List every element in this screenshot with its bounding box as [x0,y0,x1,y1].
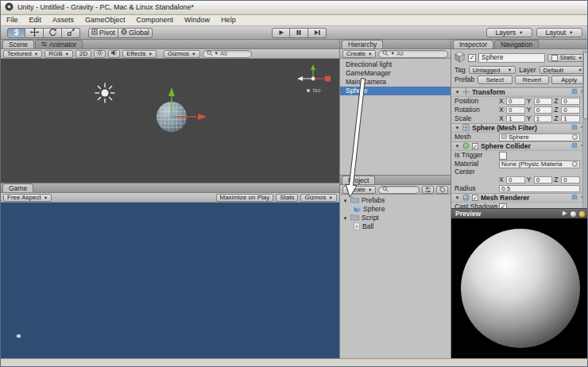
scrollbar-thumb[interactable] [583,52,588,119]
menu-assets[interactable]: Assets [47,15,79,25]
move-tool-button[interactable] [25,28,44,38]
menu-file[interactable]: File [1,15,24,25]
layout-dropdown[interactable]: Layout▼ [536,28,582,37]
menu-help[interactable]: Help [215,15,242,25]
prefab-select-button[interactable]: Select [478,75,513,84]
static-checkbox[interactable] [551,55,558,61]
layers-dropdown[interactable]: Layers▼ [486,28,532,37]
foldout-icon[interactable]: ▼ [455,195,460,200]
filter-label-icon[interactable] [436,186,448,194]
foldout-icon[interactable]: ▼ [342,216,348,221]
foldout-icon[interactable]: ▼ [455,126,460,130]
hierarchy-item-sphere[interactable]: Sphere [340,87,451,95]
scale-y-field[interactable]: 1 [534,115,553,122]
directional-light-gizmo[interactable] [94,82,116,104]
filter-type-icon[interactable] [422,186,434,194]
global-toggle-button[interactable]: Global [118,28,153,38]
is-trigger-checkbox[interactable] [499,152,507,160]
project-folder-script[interactable]: ▼ Script [340,214,451,222]
shading-mode-dropdown[interactable]: Textured▼ [3,50,42,58]
sphere-collider-header[interactable]: ▼ Sphere Collider [451,141,588,151]
scale-tool-button[interactable] [62,28,80,38]
game-viewport[interactable] [1,203,339,360]
center-z-field[interactable]: 0 [561,176,580,184]
scale-z-field[interactable]: 1 [561,115,580,122]
hierarchy-item-main-camera[interactable]: Main Camera [340,78,451,87]
collider-enabled-checkbox[interactable] [472,143,478,149]
scene-sphere-object[interactable] [157,102,187,132]
maximize-on-play-button[interactable]: Maximize on Play [216,194,274,202]
static-dropdown[interactable]: Static▼ [547,54,586,62]
tab-project[interactable]: Project [342,176,375,184]
preview-header[interactable]: Preview [451,208,588,218]
scene-viewport[interactable]: Iso [1,59,339,183]
title-bar[interactable]: Unity - Untitled - Gravity - PC, Mac & L… [1,1,587,15]
rotation-y-field[interactable]: 0 [534,106,553,114]
foldout-icon[interactable]: ▼ [342,199,348,203]
scene-audio-toggle[interactable] [108,50,120,58]
renderer-enabled-checkbox[interactable] [472,195,478,201]
menu-gameobject[interactable]: GameObject [79,15,131,25]
hierarchy-search-input[interactable]: ▼All [378,50,448,58]
scene-gizmos-dropdown[interactable]: Gizmos▼ [164,50,200,58]
help-icon[interactable] [571,194,578,202]
hand-tool-button[interactable] [7,28,25,38]
prefab-apply-button[interactable]: Apply [551,75,586,84]
help-icon[interactable] [571,142,578,150]
mesh-filter-header[interactable]: ▼ Sphere (Mesh Filter) [451,123,588,133]
transform-header[interactable]: ▼ Transform [451,87,588,97]
tab-animator[interactable]: Animator [35,40,83,48]
position-z-field[interactable]: 0 [561,98,580,105]
help-icon[interactable] [571,124,578,132]
projection-mode-label[interactable]: Iso [296,87,331,94]
play-button[interactable] [272,28,290,38]
project-create-dropdown[interactable]: Create▼ [342,186,376,194]
tab-navigation[interactable]: Navigation [494,40,539,48]
center-y-field[interactable]: 0 [534,176,553,184]
radius-field[interactable]: 0.5 [499,185,580,192]
rotate-tool-button[interactable] [44,28,62,38]
project-item-ball-script[interactable]: Ball [340,222,451,231]
game-gizmos-dropdown[interactable]: Gizmos▼ [300,194,337,202]
physic-material-field[interactable]: None (Physic Materia [499,160,580,168]
hierarchy-create-dropdown[interactable]: Create▼ [342,50,376,58]
prefab-revert-button[interactable]: Revert [515,75,550,84]
project-item-sphere-prefab[interactable]: Sphere [340,205,451,214]
menu-edit[interactable]: Edit [24,15,48,25]
gameobject-name-field[interactable]: Sphere [478,53,545,63]
pause-button[interactable] [290,28,308,38]
position-y-field[interactable]: 0 [534,98,553,105]
layer-dropdown[interactable]: Default▼ [540,66,587,74]
menu-window[interactable]: Window [179,15,215,25]
rotation-z-field[interactable]: 0 [561,106,580,114]
step-button[interactable] [308,28,327,38]
tab-game[interactable]: Game [2,184,33,192]
mesh-object-field[interactable]: Sphere [499,133,580,141]
pivot-toggle-button[interactable]: Pivot [88,28,118,38]
menu-component[interactable]: Component [131,15,180,25]
object-picker-icon[interactable] [572,161,578,167]
gameobject-enabled-checkbox[interactable] [468,54,476,62]
rotation-x-field[interactable]: 0 [506,106,525,114]
project-search-input[interactable] [378,186,420,194]
preview-settings-icon[interactable] [579,211,585,217]
effects-dropdown[interactable]: Effects▼ [122,50,157,58]
scene-search-input[interactable]: ▼All [203,50,252,58]
mesh-renderer-header[interactable]: ▼ Mesh Renderer [451,193,588,203]
aspect-ratio-dropdown[interactable]: Free Aspect▼ [3,194,52,202]
project-folder-prefabs[interactable]: ▼ Prefabs [340,196,451,205]
foldout-icon[interactable]: ▼ [455,144,460,149]
position-x-field[interactable]: 0 [506,98,525,105]
render-mode-dropdown[interactable]: RGB▼ [44,50,73,58]
stats-button[interactable]: Stats [276,194,298,202]
tab-inspector[interactable]: Inspector [453,40,493,48]
preview-light-icon[interactable] [571,211,576,217]
object-picker-icon[interactable] [572,134,578,140]
toggle-2d-button[interactable]: 2D [75,50,91,58]
scale-x-field[interactable]: 1 [506,115,525,122]
scene-lighting-toggle[interactable] [94,50,106,58]
tag-dropdown[interactable]: Untagged▼ [469,66,516,74]
foldout-icon[interactable]: ▼ [455,90,460,95]
tab-hierarchy[interactable]: Hierarchy [342,40,383,48]
preview-play-icon[interactable] [562,211,567,218]
